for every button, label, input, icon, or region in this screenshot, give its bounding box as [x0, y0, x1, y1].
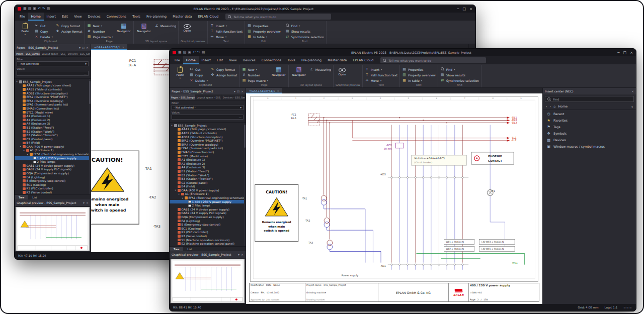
tree-item[interactable]: C2 (Control panel) [15, 137, 91, 141]
new-page-button[interactable]: ▦New▾ [87, 23, 114, 28]
tree-item[interactable]: EFA2 (Overview "PROFINET") [170, 139, 246, 143]
tree-item[interactable]: B3 (Station "Provide") [170, 177, 246, 181]
ribbon-tab-devices[interactable]: Devices [239, 56, 258, 64]
tab-list[interactable]: List [183, 247, 196, 251]
grid-setting[interactable]: Grid: 4.00 mm [578, 306, 598, 309]
tree-item[interactable]: K2 (Valve control) [170, 234, 246, 238]
expander-icon[interactable]: ▾ [23, 149, 25, 152]
panel-close-icon[interactable]: × [241, 89, 244, 93]
cut-button[interactable]: ✂Cut [34, 23, 53, 28]
save-icon[interactable]: ▣ [188, 51, 191, 54]
panel-pin-icon[interactable]: ⊡ [82, 46, 85, 49]
close-button[interactable]: × [469, 7, 472, 11]
filter-combobox[interactable]: - Not activated -▾ [17, 61, 89, 66]
ribbon-tab-master-data[interactable]: Master data [325, 56, 350, 64]
tree-item[interactable]: K1 (PLC controller) [15, 187, 91, 191]
property-overview-button[interactable]: ▥Property overview [402, 72, 436, 77]
page-navigator-button[interactable]: ▦Navigator [116, 22, 131, 33]
undo-icon[interactable]: ↶ [38, 7, 41, 11]
insert-center-search[interactable]: Find [545, 96, 634, 102]
graphical-preview-canvas[interactable] [171, 259, 245, 303]
tree-item[interactable]: EFA4 (Overview topology) [170, 143, 246, 147]
panel-tab-2[interactable]: Devices - ESS_Samp... [66, 51, 91, 56]
layout-space-navigator-button[interactable]: ▧Navigator [291, 66, 306, 76]
tree-item[interactable]: EPA1 (Summarized parts list) [170, 147, 246, 151]
tree-item[interactable]: S2 (Machine operation control panel) [170, 242, 246, 246]
close-button[interactable]: × [630, 51, 633, 55]
paste-button[interactable]: Paste▾ [19, 22, 32, 36]
tree-item[interactable]: A1 (Enclosure 1) [170, 158, 246, 162]
tree-item[interactable]: B3 (Station "Provide") [15, 133, 91, 137]
page-macro-button[interactable]: ▤Page macro▾ [242, 78, 269, 83]
tree-item[interactable]: B2 (Station "Work") [15, 130, 91, 134]
measuring-button[interactable]: ∠Measuring [154, 23, 176, 28]
panel-close-icon[interactable]: × [86, 201, 89, 204]
in-table-button[interactable]: ▦In table▾ [402, 78, 436, 83]
new-page-button[interactable]: ▦New▾ [242, 67, 269, 72]
expander-icon[interactable]: ▾ [178, 193, 180, 195]
layout-space-navigator-button[interactable]: ▧Navigator [136, 22, 151, 33]
assign-format-button[interactable]: ❖Assign format [210, 72, 237, 77]
tree-item[interactable]: EPA1 (Summarized parts list) [15, 103, 91, 107]
redo-icon[interactable]: ↷ [42, 7, 45, 11]
number-button[interactable]: #Number [87, 29, 114, 34]
insert-center-item-tag[interactable]: ⚑Tags [543, 124, 636, 130]
tree-item[interactable]: EMA3 (Connection list) [170, 150, 246, 154]
tree-item[interactable]: EA (Lighting) [170, 219, 246, 223]
panel-tab-2[interactable]: Devices - ESS_Samp... [221, 94, 246, 100]
expander-icon[interactable]: ▾ [181, 197, 184, 199]
tree-item[interactable]: S1 (Machine operation enclosure) [170, 238, 246, 242]
tree-item[interactable]: ADB1 (Structure description) [170, 135, 246, 139]
tree-item[interactable]: A2 (Enclosure 2) [170, 162, 246, 166]
logic-setting[interactable]: Logic 1:1 [605, 306, 618, 309]
insert-center-item-symbols[interactable]: ❖Symbols [543, 130, 636, 137]
tree-item[interactable]: ▾A1 (Enclosure 1) [170, 192, 246, 196]
insert-text-button[interactable]: TInsert▾ [365, 67, 397, 72]
ribbon-tab-edit[interactable]: Edit [59, 13, 71, 21]
tellme-search-box[interactable]: Tell me what you want to do [380, 57, 486, 63]
back-icon[interactable]: ‹ [546, 104, 547, 109]
tree-item[interactable]: E (Emergency-stop control) [170, 223, 246, 227]
synchronize-selection-button[interactable]: ⇄Synchronize selection [440, 78, 479, 83]
eplan-window-front[interactable]: ▦▧▣↶↷▤ EPLAN Electric P8 2023 - E:\EPLAN… [169, 48, 636, 311]
tree-item[interactable]: EA (Lighting) [15, 175, 91, 179]
new-icon[interactable]: ▦ [23, 7, 27, 11]
preview-panel-header[interactable]: Graphical preview - ESS_Sample_Project▾× [170, 251, 246, 258]
tree-item[interactable]: ETC1 (Model view) [15, 111, 91, 115]
tree-item[interactable]: EC1 (Cooling) [170, 227, 246, 231]
panel-close-icon[interactable]: × [631, 89, 634, 93]
pages-panel-header[interactable]: Pages - ESS_Sample_Project▾⊡× [15, 44, 91, 51]
panel-menu-icon[interactable]: ▾ [234, 89, 235, 93]
save-icon[interactable]: ▣ [33, 7, 36, 11]
minimize-button[interactable]: ─ [617, 51, 619, 55]
path-function-text-button[interactable]: TPath function text [210, 29, 243, 34]
maximize-button[interactable]: □ [463, 7, 466, 11]
titlebar[interactable]: ▦▧▣↶↷▤ EPLAN Electric P8 2023 - E:\EPLAN… [170, 49, 636, 56]
tree-item[interactable]: ETC1 (Model view) [170, 154, 246, 158]
close-icon[interactable]: × [277, 89, 280, 92]
open-icon[interactable]: ▧ [28, 7, 32, 11]
open-preview-button[interactable]: Open [336, 66, 349, 76]
tree-item[interactable]: 1 400 / 230 V power supply [15, 156, 91, 160]
undo-icon[interactable]: ↶ [193, 51, 196, 54]
expander-icon[interactable]: ▾ [174, 189, 177, 191]
maximize-button[interactable]: □ [623, 51, 627, 55]
panel-menu-icon[interactable]: ▾ [79, 46, 80, 49]
tree-item[interactable]: B1 (Station "Feed") [15, 126, 91, 130]
ribbon-tab-connections[interactable]: Connections [104, 13, 130, 21]
titlebar[interactable]: ▦▧▣↶↷▤ EPLAN Electric P8 2023 - E:\EPLAN… [15, 5, 475, 13]
tab-tree[interactable]: Tree [15, 195, 28, 199]
insert-center-item-clock[interactable]: ◷Recent [543, 111, 636, 117]
page-navigator-button[interactable]: ▦Navigator [271, 66, 286, 76]
tree-item[interactable]: AAB1 (Table of contents) [170, 131, 246, 135]
properties-button[interactable]: ▤Properties [402, 67, 436, 72]
minimize-button[interactable]: ─ [457, 7, 459, 11]
new-icon[interactable]: ▦ [178, 51, 182, 54]
insert-center-item-star[interactable]: ★Favorites [543, 117, 636, 124]
expander-icon[interactable]: ▾ [26, 153, 29, 156]
tree-item[interactable]: A4 (Enclosure 3) [170, 166, 246, 170]
home-breadcrumb[interactable]: Home [558, 104, 568, 109]
show-results-button[interactable]: ▤Show results [440, 72, 479, 77]
ribbon-tab-insert[interactable]: Insert [44, 13, 59, 21]
panel-menu-icon[interactable]: ▾ [238, 253, 239, 256]
